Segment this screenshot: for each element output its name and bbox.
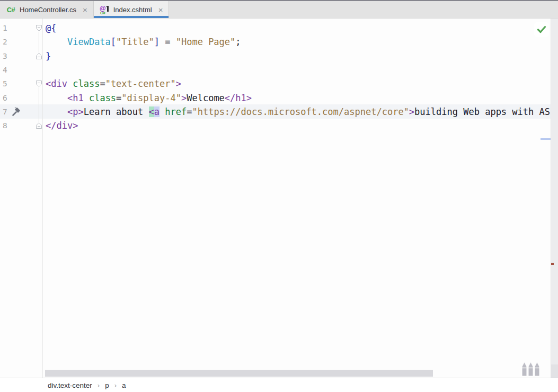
breadcrumb-item-div[interactable]: div.text-center: [48, 381, 92, 389]
code-line[interactable]: <p>Learn about <a href="https://docs.mic…: [46, 105, 551, 119]
close-icon[interactable]: ×: [82, 6, 88, 14]
fold-collapse-icon[interactable]: [36, 24, 42, 32]
text-clip-indicator: [541, 138, 551, 140]
line-number: 8: [3, 119, 29, 132]
fold-end-icon[interactable]: [36, 52, 42, 60]
code-line[interactable]: @{: [46, 21, 551, 35]
check-icon: [537, 25, 546, 34]
fold-region-line: [39, 87, 39, 122]
hammer-intention-icon[interactable]: [11, 106, 22, 117]
scrollbar-corner: [551, 364, 558, 378]
tab-index-cshtml[interactable]: @ C# Index.cshtml ×: [94, 1, 170, 18]
breadcrumb-item-p[interactable]: p: [105, 381, 109, 389]
editor-tab-bar: C# HomeController.cs × @ C# Index.cshtml…: [0, 0, 558, 19]
csharp-file-icon: C#: [6, 5, 16, 14]
ide-window: C# HomeController.cs × @ C# Index.cshtml…: [0, 0, 558, 392]
line-number: 1: [3, 21, 29, 35]
code-line[interactable]: [46, 63, 551, 77]
breadcrumb: div.text-center › p › a: [0, 378, 558, 392]
line-number: 5: [3, 77, 29, 91]
tab-label: Index.cshtml: [113, 6, 152, 14]
line-number: 2: [3, 35, 29, 49]
fold-region-line: [39, 32, 39, 52]
code-line[interactable]: <div class="text-center">: [46, 77, 551, 91]
line-number: 6: [3, 91, 29, 105]
gutter-border: [42, 19, 43, 378]
line-number: 4: [3, 63, 29, 77]
window-top-edge: [0, 0, 558, 1]
chevron-right-icon: ›: [98, 381, 100, 389]
code-editor[interactable]: 12345678 @{ ViewData["Title"] = "Home Pa…: [0, 19, 551, 378]
tab-label: HomeController.cs: [20, 6, 76, 14]
pencils-icon: [521, 361, 541, 379]
line-number: 3: [3, 49, 29, 63]
stripe-mark: [551, 263, 554, 265]
horizontal-scrollbar-thumb[interactable]: [45, 370, 433, 377]
vertical-scrollbar-track[interactable]: [551, 19, 558, 378]
active-tab-underline: [94, 16, 169, 18]
fold-collapse-icon[interactable]: [36, 80, 42, 87]
code-line[interactable]: ViewData["Title"] = "Home Page";: [46, 35, 551, 49]
code-line[interactable]: }: [46, 49, 551, 63]
close-icon[interactable]: ×: [158, 6, 164, 14]
fold-end-icon[interactable]: [36, 122, 42, 129]
inspections-status-widget[interactable]: [534, 22, 549, 37]
svg-text:C#: C#: [100, 11, 105, 15]
chevron-right-icon: ›: [114, 381, 117, 389]
cshtml-file-icon: @ C#: [100, 5, 110, 14]
tab-homecontroller[interactable]: C# HomeController.cs ×: [0, 1, 94, 18]
code-line[interactable]: <h1 class="display-4">Welcome</h1>: [46, 91, 551, 105]
breadcrumb-item-a[interactable]: a: [122, 381, 126, 389]
code-line[interactable]: </div>: [46, 119, 551, 132]
